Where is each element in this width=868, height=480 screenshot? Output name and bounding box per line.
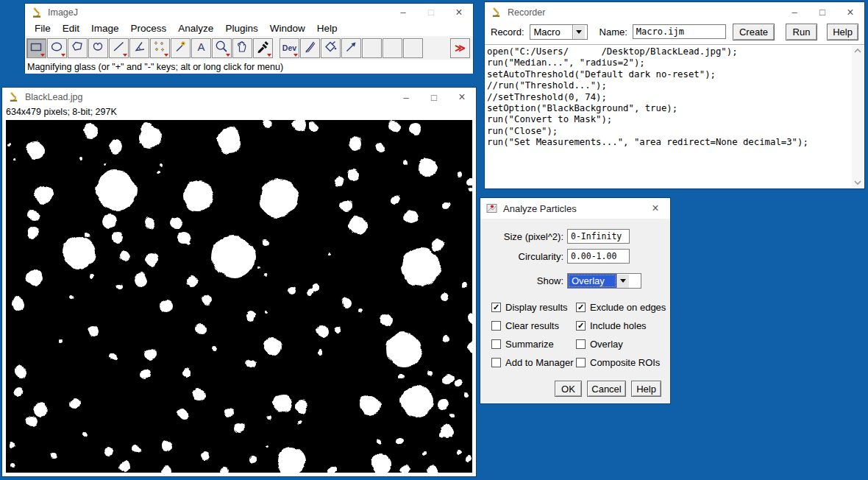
- maximize-button[interactable]: □: [808, 2, 836, 22]
- show-row: Show: Overlay: [489, 273, 663, 289]
- close-button[interactable]: ×: [448, 88, 476, 107]
- minimize-button[interactable]: –: [780, 2, 808, 22]
- menu-image[interactable]: Image: [85, 21, 125, 35]
- imagej-window: ImageJ – □ × FileEditImageProcessAnalyze…: [24, 3, 474, 73]
- oval-tool[interactable]: [47, 38, 67, 58]
- toolbar: ADev≫: [25, 36, 473, 60]
- tool-options-caret-icon: [294, 54, 298, 57]
- checkbox-clear-results[interactable]: Clear results: [491, 320, 574, 331]
- checked-checkbox-icon[interactable]: ✓: [576, 321, 586, 331]
- brush-tool[interactable]: [300, 38, 320, 58]
- rectangle-tool[interactable]: [26, 38, 46, 58]
- dialog-body: Size (pixel^2): 0-Infinity Circularity: …: [480, 219, 670, 397]
- wand-tool[interactable]: [171, 38, 191, 58]
- polygon-tool[interactable]: [68, 38, 88, 58]
- maximize-button[interactable]: □: [420, 88, 448, 107]
- checkbox-display-results[interactable]: ✓Display results: [491, 302, 574, 313]
- point-tool[interactable]: [150, 38, 170, 58]
- checkbox-overlay[interactable]: Overlay: [576, 339, 663, 350]
- tool-options-caret-icon: [61, 54, 65, 57]
- fill-tool[interactable]: [321, 38, 341, 58]
- dev-tool[interactable]: Dev: [280, 38, 299, 58]
- close-button[interactable]: ×: [641, 198, 670, 219]
- menu-analyze[interactable]: Analyze: [172, 21, 219, 35]
- minimize-button[interactable]: –: [392, 88, 420, 107]
- more-tools-button[interactable]: ≫: [450, 38, 470, 58]
- tool-options-caret-icon: [226, 54, 230, 57]
- dialog-buttons: OK Cancel Help: [489, 381, 663, 397]
- blank-tool[interactable]: [403, 38, 423, 58]
- checkbox-include-holes[interactable]: ✓Include holes: [576, 320, 663, 331]
- menu-edit[interactable]: Edit: [57, 21, 85, 35]
- vertical-scrollbar[interactable]: [852, 46, 864, 188]
- dev-icon: Dev: [282, 43, 296, 52]
- menu-process[interactable]: Process: [125, 21, 173, 35]
- particle-image-canvas[interactable]: [6, 120, 472, 473]
- create-button[interactable]: Create: [733, 24, 775, 40]
- circularity-input[interactable]: 0.00-1.00: [567, 249, 630, 264]
- macro-code-area[interactable]: open("C:/Users/ /Desktop/BlackLead.jpg")…: [485, 44, 864, 188]
- macro-name-input[interactable]: Macro.ijm: [633, 24, 726, 39]
- svg-text:A: A: [197, 40, 204, 52]
- size-label: Size (pixel^2):: [489, 231, 567, 242]
- chevron-down-icon[interactable]: [616, 274, 629, 288]
- unchecked-checkbox-icon[interactable]: [491, 358, 501, 367]
- checked-checkbox-icon[interactable]: ✓: [491, 303, 501, 312]
- dialog-titlebar: Analyze Particles ×: [480, 198, 670, 219]
- hand-tool[interactable]: [232, 38, 252, 58]
- close-button[interactable]: ×: [836, 2, 864, 22]
- dropper-tool[interactable]: [253, 38, 273, 58]
- status-text: Magnifying glass (or "+" and "-" keys; a…: [25, 62, 283, 72]
- run-button[interactable]: Run: [786, 24, 817, 40]
- checkbox-summarize[interactable]: Summarize: [491, 339, 574, 350]
- angle-icon: [132, 39, 147, 57]
- size-row: Size (pixel^2): 0-Infinity: [489, 229, 663, 244]
- checkbox-add-to-manager[interactable]: Add to Manager: [491, 357, 574, 368]
- menu-window[interactable]: Window: [264, 21, 311, 35]
- imagej-logo-icon: [8, 91, 20, 103]
- checkbox-exclude-on-edges[interactable]: ✓Exclude on edges: [576, 302, 663, 313]
- menu-file[interactable]: File: [29, 21, 57, 35]
- arrow-tool[interactable]: [341, 38, 361, 58]
- arrow-icon: [344, 39, 359, 57]
- freehand-tool[interactable]: [88, 38, 108, 58]
- chevron-down-icon[interactable]: [572, 25, 585, 39]
- menu-help[interactable]: Help: [311, 21, 344, 35]
- fill-icon: [323, 39, 338, 57]
- imagej-titlebar: ImageJ – □ ×: [25, 4, 473, 21]
- unchecked-checkbox-icon[interactable]: [576, 358, 586, 367]
- show-select[interactable]: Overlay: [567, 273, 641, 289]
- checkbox-composite-rois[interactable]: Composite ROIs: [576, 357, 663, 368]
- tool-options-caret-icon: [123, 54, 127, 57]
- blank-tool[interactable]: [362, 38, 382, 58]
- close-button[interactable]: ×: [445, 4, 473, 21]
- unchecked-checkbox-icon[interactable]: [491, 339, 501, 349]
- help-button[interactable]: Help: [827, 24, 858, 40]
- scroll-down-icon[interactable]: [853, 180, 862, 186]
- checkbox-label: Summarize: [505, 339, 554, 350]
- unchecked-checkbox-icon[interactable]: [576, 339, 586, 349]
- size-input[interactable]: 0-Infinity: [567, 229, 630, 244]
- imagej-logo-icon: [491, 7, 502, 18]
- freehand-icon: [90, 39, 106, 57]
- blank-tool[interactable]: [383, 38, 402, 58]
- maximize-button[interactable]: □: [417, 4, 445, 21]
- line-tool[interactable]: [109, 38, 129, 58]
- angle-tool[interactable]: [129, 38, 149, 58]
- scroll-up-icon[interactable]: [853, 48, 862, 54]
- imagej-window-title: ImageJ: [48, 7, 78, 18]
- zoom-tool[interactable]: [212, 38, 232, 58]
- cancel-button[interactable]: Cancel: [587, 381, 626, 397]
- checked-checkbox-icon[interactable]: ✓: [576, 303, 586, 312]
- ok-button[interactable]: OK: [555, 381, 582, 397]
- help-button[interactable]: Help: [631, 381, 661, 397]
- text-tool[interactable]: A: [191, 38, 211, 58]
- tool-separator: [274, 38, 279, 58]
- menu-plugins[interactable]: Plugins: [219, 21, 263, 35]
- minimize-button[interactable]: –: [389, 4, 417, 21]
- image-info-text: 634x479 pixels; 8-bit; 297K: [2, 107, 476, 119]
- record-mode-select[interactable]: Macro: [530, 24, 588, 40]
- image-window-title: BlackLead.jpg: [25, 92, 83, 102]
- macro-code-text: open("C:/Users/ /Desktop/BlackLead.jpg")…: [485, 45, 864, 150]
- unchecked-checkbox-icon[interactable]: [491, 321, 501, 331]
